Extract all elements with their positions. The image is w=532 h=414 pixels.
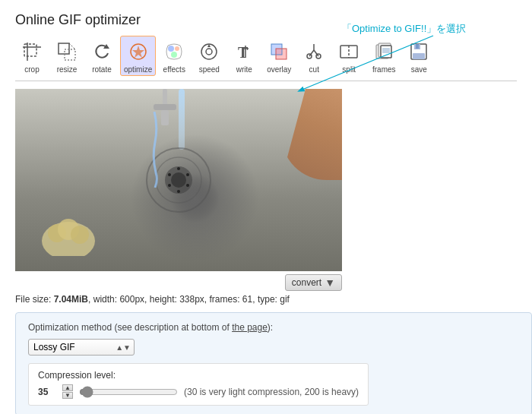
svg-rect-47: [154, 104, 176, 110]
frames-icon: [372, 40, 396, 64]
toolbar-write[interactable]: T write: [227, 36, 261, 76]
crop-icon: [20, 40, 44, 64]
save-icon: [407, 40, 431, 64]
convert-button[interactable]: convert ▼: [285, 274, 342, 291]
svg-point-43: [177, 190, 180, 193]
svg-rect-4: [65, 49, 75, 60]
cut-icon: [302, 40, 326, 64]
speed-label: speed: [199, 65, 220, 74]
optimize-label: optimize: [124, 65, 152, 74]
svg-line-5: [69, 43, 75, 49]
toolbar-overlay[interactable]: overlay: [262, 36, 296, 76]
svg-point-10: [171, 52, 177, 58]
svg-rect-0: [24, 44, 36, 56]
optimize-icon: [126, 40, 150, 64]
svg-point-8: [168, 46, 174, 52]
rotate-icon: [90, 40, 114, 64]
compression-label: Compression level:: [38, 370, 359, 381]
convert-area: convert ▼: [15, 274, 342, 291]
effects-icon: [162, 40, 186, 64]
toolbar-rotate[interactable]: rotate: [85, 36, 119, 76]
gif-preview: [15, 89, 342, 271]
compression-value: 35: [38, 387, 56, 397]
toolbar: crop resize rotate optimize: [15, 36, 517, 81]
toolbar-split[interactable]: split: [332, 36, 366, 76]
speed-icon: [197, 40, 221, 64]
svg-point-12: [206, 49, 212, 55]
svg-point-42: [186, 184, 189, 187]
svg-point-39: [171, 172, 186, 188]
overlay-label: overlay: [267, 65, 291, 74]
convert-arrow-icon: ▼: [325, 277, 335, 289]
svg-point-41: [186, 173, 189, 176]
resize-label: resize: [57, 65, 78, 74]
crop-label: crop: [24, 65, 39, 74]
svg-rect-35: [416, 44, 419, 49]
rotate-label: rotate: [92, 65, 112, 74]
options-box: Optimization method (see description at …: [15, 312, 532, 414]
toolbar-resize[interactable]: resize: [50, 36, 84, 76]
svg-point-52: [71, 226, 89, 244]
svg-point-45: [168, 173, 171, 176]
save-label: save: [411, 65, 427, 74]
svg-rect-18: [276, 49, 287, 59]
write-icon: T: [232, 40, 256, 64]
svg-rect-3: [59, 43, 69, 54]
toolbar-crop[interactable]: crop: [15, 36, 49, 76]
toolbar-speed[interactable]: speed: [192, 36, 226, 76]
compression-hint: (30 is very light compression, 200 is he…: [184, 387, 359, 397]
compression-spinner[interactable]: ▲ ▼: [62, 384, 73, 399]
split-label: split: [342, 65, 356, 74]
split-icon: [337, 40, 361, 64]
svg-rect-48: [161, 110, 169, 125]
toolbar-optimize[interactable]: optimize: [120, 36, 156, 76]
svg-rect-31: [382, 48, 390, 53]
options-label-link[interactable]: the page: [232, 322, 268, 333]
toolbar-cut[interactable]: cut: [297, 36, 331, 76]
toolbar-frames[interactable]: frames: [367, 36, 401, 76]
file-info: File size: 7.04MiB, width: 600px, height…: [15, 294, 532, 305]
compression-down-btn[interactable]: ▼: [62, 392, 73, 399]
file-size: 7.04MiB: [54, 294, 88, 305]
svg-point-40: [177, 167, 180, 170]
toolbar-effects[interactable]: effects: [157, 36, 191, 76]
frames-label: frames: [372, 65, 396, 74]
compression-up-btn[interactable]: ▲: [62, 384, 73, 391]
convert-label: convert: [292, 277, 321, 288]
page-title: Online GIF optimizer: [15, 12, 517, 28]
effects-label: effects: [163, 65, 185, 74]
toolbar-save[interactable]: save: [402, 36, 435, 76]
resize-icon: [55, 40, 79, 64]
svg-point-9: [175, 46, 179, 51]
svg-point-44: [168, 184, 171, 187]
optimization-method-select[interactable]: Lossy GIF Gifsicle FFmpeg: [28, 339, 135, 356]
svg-rect-34: [413, 53, 425, 59]
compression-box: Compression level: 35 ▲ ▼ (30 is very li…: [28, 363, 369, 406]
compression-slider[interactable]: [79, 386, 178, 398]
overlay-icon: [267, 40, 291, 64]
cut-label: cut: [309, 65, 319, 74]
write-label: write: [236, 65, 252, 74]
svg-text:T: T: [238, 44, 249, 61]
options-label: Optimization method (see description at …: [28, 322, 519, 333]
